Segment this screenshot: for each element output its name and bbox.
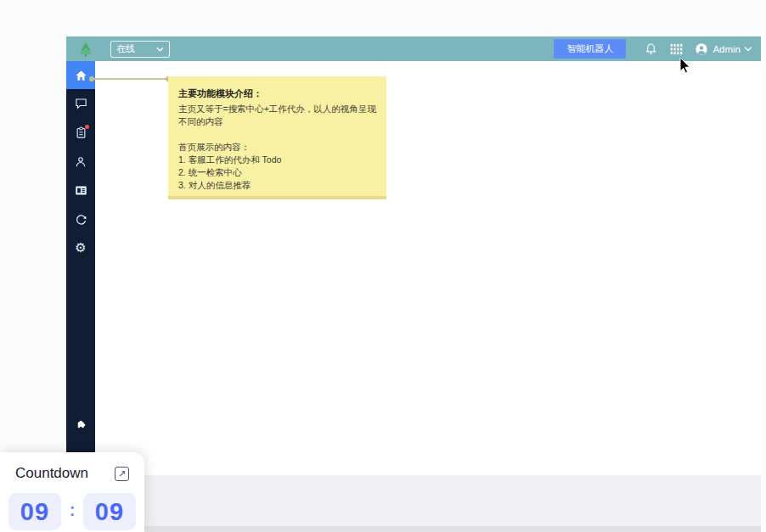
countdown-seconds: 09 (83, 493, 136, 530)
countdown-widget: Countdown ↗ 09 : 09 (0, 452, 144, 532)
apps-grid-icon (670, 43, 683, 55)
note-title: 主要功能模块介绍： (178, 87, 376, 100)
gear-icon: ⚙ (75, 242, 86, 255)
page: 在线 智能机器人 (0, 0, 766, 532)
countdown-digits-row: 09 : 09 (8, 493, 136, 530)
countdown-separator: : (61, 501, 83, 524)
chevron-down-icon (744, 46, 752, 52)
notification-badge (85, 125, 89, 129)
status-dropdown-value: 在线 (116, 42, 135, 55)
chat-icon (75, 98, 87, 109)
notifications-button[interactable] (644, 42, 658, 57)
sidebar: ⚙ (66, 61, 95, 452)
sidebar-item-tasks[interactable] (66, 118, 95, 147)
app-window: 在线 智能机器人 (66, 36, 761, 532)
user-name: Admin (712, 44, 741, 54)
person-icon (75, 155, 87, 168)
sidebar-item-home[interactable] (66, 61, 95, 89)
note-body-line: 主页又等于=搜索中心+工作代办，以人的视角呈现不同的内容 (178, 103, 376, 128)
sidebar-item-news[interactable] (66, 176, 95, 204)
card-icon (75, 185, 87, 196)
sidebar-item-people[interactable] (66, 147, 95, 176)
connector-dot (89, 76, 94, 81)
sidebar-item-plugins[interactable] (66, 410, 95, 439)
sticky-note: 主要功能模块介绍： 主页又等于=搜索中心+工作代办，以人的视角呈现不同的内容 首… (168, 76, 386, 199)
status-dropdown[interactable]: 在线 (110, 41, 170, 58)
sidebar-item-settings[interactable]: ⚙ (66, 233, 95, 262)
bell-icon (644, 42, 658, 57)
chevron-down-icon (156, 47, 164, 52)
note-section-heading: 首页展示的内容： (178, 141, 376, 154)
sidebar-item-sync[interactable] (66, 204, 95, 233)
note-list-item: 1. 客服工作的代办和 Todo (178, 154, 376, 166)
user-avatar-icon (695, 42, 708, 56)
footer-area (66, 475, 761, 526)
puzzle-icon (75, 418, 87, 431)
footer-bottom-strip (66, 526, 761, 532)
countdown-title: Countdown (15, 465, 88, 482)
tree-logo-icon (78, 41, 93, 58)
note-list-item: 3. 对人的信息推荐 (178, 179, 376, 192)
sidebar-item-chat[interactable] (66, 89, 95, 118)
external-link-icon: ↗ (118, 468, 126, 479)
home-icon (75, 70, 87, 81)
app-header: 在线 智能机器人 (66, 36, 761, 61)
countdown-header: Countdown ↗ (8, 465, 136, 482)
countdown-expand-button[interactable]: ↗ (115, 467, 129, 481)
annotation-connector-line (92, 78, 168, 80)
user-menu[interactable]: Admin (695, 42, 752, 56)
note-list-item: 2. 统一检索中心 (178, 166, 376, 179)
robot-button[interactable]: 智能机器人 (554, 39, 626, 59)
apps-menu-button[interactable] (670, 43, 683, 55)
refresh-icon (75, 213, 87, 226)
countdown-minutes: 09 (8, 493, 61, 530)
